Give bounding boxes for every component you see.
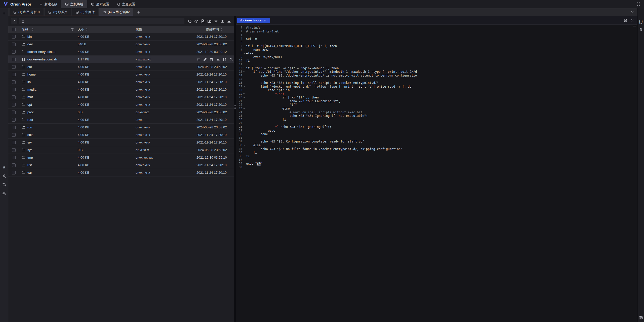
table-row[interactable]: sbin4.00 KBdrwxr-xr-x2021-11-24 17:20:10 (8, 131, 234, 139)
editor-close-button[interactable] (630, 18, 634, 22)
save-button[interactable] (623, 18, 627, 22)
fold-chevron-icon[interactable] (242, 85, 246, 89)
table-row[interactable]: srv4.00 KBdrwxr-xr-x2021-11-24 17:20:10 (8, 139, 234, 146)
close-panel-button[interactable] (629, 9, 635, 15)
table-row[interactable]: dev340 Bdrwxr-xr-x2024-05-28 23:58:02 (8, 41, 234, 48)
row-checkbox[interactable] (12, 126, 16, 129)
select-all-checkbox[interactable] (12, 28, 16, 31)
topbar-menu-item[interactable]: 主题设置 (113, 0, 139, 8)
fullscreen-button[interactable] (635, 1, 642, 7)
row-checkbox[interactable] (12, 88, 16, 91)
fold-chevron-icon[interactable] (242, 92, 246, 96)
folder-icon (22, 103, 25, 106)
session-tab[interactable]: (4) 应用-分析02 (99, 8, 133, 16)
panel-resize-handle[interactable] (234, 16, 236, 322)
row-checkbox[interactable] (12, 73, 16, 76)
file-size: 0 B (76, 148, 134, 152)
settings-icon[interactable] (2, 191, 7, 196)
row-action-move[interactable] (223, 57, 227, 61)
file-name: sys (27, 148, 32, 152)
eye-button[interactable] (194, 19, 198, 23)
table-row[interactable]: bin4.00 KBdrwxr-xr-x2021-11-24 17:20:10 (8, 33, 234, 41)
back-button[interactable] (11, 18, 17, 24)
table-row[interactable]: run4.00 KBdrwxr-xr-x2024-05-28 23:58:02 (8, 124, 234, 131)
table-row[interactable]: root4.00 KBdrwx------2021-11-24 17:20:10 (8, 116, 234, 124)
fold-gutter (242, 74, 246, 78)
user-icon[interactable] (2, 173, 7, 178)
row-checkbox[interactable] (12, 148, 16, 152)
fold-chevron-icon[interactable] (242, 44, 246, 48)
row-checkbox[interactable] (12, 111, 16, 114)
row-checkbox[interactable] (12, 65, 16, 69)
fold-chevron-icon[interactable] (242, 66, 246, 70)
row-checkbox[interactable] (12, 141, 16, 144)
row-action-chmod[interactable] (229, 57, 233, 61)
table-row[interactable]: home4.00 KBdrwxr-xr-x2021-11-24 17:20:10 (8, 71, 234, 78)
editor-file-tab[interactable]: docker-entrypoint.sh (237, 18, 270, 23)
add-tab-button[interactable] (134, 8, 143, 16)
table-row[interactable]: opt4.00 KBdrwxr-xr-x2021-11-24 17:20:10 (8, 101, 234, 109)
row-checkbox[interactable] (12, 163, 16, 167)
row-action-delete[interactable] (210, 57, 214, 61)
row-checkbox[interactable] (12, 133, 16, 137)
row-checkbox[interactable] (12, 118, 16, 122)
row-action-copy[interactable] (196, 57, 200, 61)
table-row[interactable]: etc4.00 KBdrwxr-xr-x2024-05-28 23:58:02 (8, 63, 234, 71)
file-mtime: 2021-12-30 03:29:10 (196, 156, 234, 159)
row-checkbox[interactable] (12, 35, 16, 39)
fold-chevron-icon[interactable] (242, 144, 246, 147)
table-row[interactable]: media4.00 KBdrwxr-xr-x2021-11-24 17:20:1… (8, 86, 234, 93)
fold-chevron-icon[interactable] (242, 52, 246, 55)
row-action-edit[interactable] (203, 57, 207, 61)
row-checkbox[interactable] (12, 58, 16, 61)
table-row[interactable]: docker-entrypoint.d4.00 KBdrwxr-xr-x2021… (8, 48, 234, 56)
folder-plus-button[interactable] (207, 19, 212, 23)
sort-carets[interactable] (32, 28, 34, 31)
table-row[interactable]: tmp4.00 KBdrwxrwxrwx2021-12-30 03:29:10 (8, 154, 234, 161)
swap-vertical-icon[interactable] (639, 27, 643, 32)
file-attr: drwxr-xr-x (134, 125, 196, 129)
sort-carets[interactable] (220, 28, 222, 31)
table-row[interactable]: lib4.00 KBdrwxr-xr-x2021-11-24 17:20:10 (8, 78, 234, 86)
row-checkbox[interactable] (12, 43, 16, 46)
screenshot-button[interactable] (639, 315, 643, 320)
download-button[interactable] (227, 19, 231, 23)
new-session-button[interactable] (2, 11, 7, 16)
fold-chevron-icon[interactable] (242, 107, 246, 111)
upload-button[interactable] (220, 19, 225, 23)
editor-scrollbar-thumb[interactable] (633, 26, 636, 26)
row-checkbox[interactable] (12, 80, 16, 84)
table-row[interactable]: sys0 Bdr-xr-xr-x2024-05-28 23:58:02 (8, 146, 234, 154)
path-bookmark-icon[interactable] (21, 20, 25, 23)
folder-icon (22, 95, 25, 99)
trash-button[interactable] (214, 19, 218, 23)
topbar-menu-item[interactable]: 新建连接 (35, 0, 61, 8)
fold-chevron-icon[interactable] (242, 70, 246, 74)
table-row[interactable]: proc0 Bdr-xr-xr-x2024-05-28 23:58:02 (8, 109, 234, 116)
table-row[interactable]: var4.00 KBdrwxr-xr-x2021-11-24 17:20:10 (8, 169, 234, 176)
table-row[interactable]: usr4.00 KBdrwxr-xr-x2021-11-24 17:20:10 (8, 161, 234, 169)
braces-icon[interactable]: {} (639, 19, 643, 24)
topbar-menu-item[interactable]: 显示设置 (87, 0, 113, 8)
row-checkbox[interactable] (12, 103, 16, 106)
sort-carets[interactable] (86, 28, 88, 31)
row-action-download[interactable] (216, 57, 220, 61)
table-row[interactable]: mnt4.00 KBdrwxr-xr-x2021-11-24 17:20:10 (8, 93, 234, 101)
session-tab[interactable]: (2) 数据库 (45, 8, 71, 16)
session-tab[interactable]: (3) 中间件 (72, 8, 98, 16)
refresh-button[interactable] (188, 19, 192, 23)
row-checkbox[interactable] (12, 171, 16, 174)
fold-chevron-icon[interactable] (242, 96, 246, 99)
file-plus-button[interactable] (201, 19, 205, 23)
row-checkbox[interactable] (12, 95, 16, 99)
table-row[interactable]: docker-entrypoint.sh1.17 KB-rwxrwxr-x (8, 56, 234, 63)
row-checkbox[interactable] (12, 156, 16, 159)
session-tab[interactable]: (1) 应用-分析01 (10, 8, 44, 16)
row-checkbox[interactable] (12, 50, 16, 54)
fold-chevron-icon[interactable] (242, 88, 246, 92)
topbar-menu-item[interactable]: 主机终端 (61, 0, 87, 8)
sync-icon[interactable] (2, 182, 7, 187)
path-input[interactable] (19, 18, 184, 24)
command-icon[interactable]: ⌘ (2, 165, 7, 170)
filter-button[interactable] (71, 28, 74, 31)
